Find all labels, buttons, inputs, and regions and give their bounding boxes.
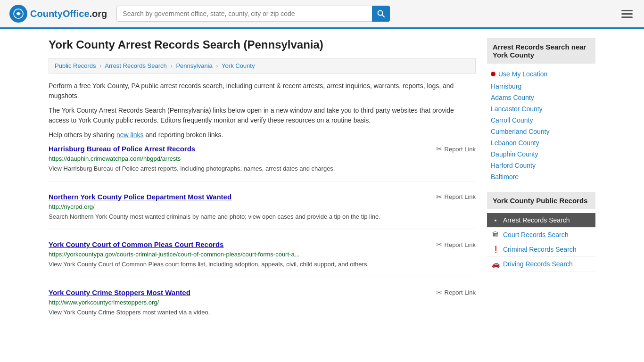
menu-line xyxy=(621,10,633,11)
record-header: York County Crime Stoppers Most Wanted ✂… xyxy=(49,288,476,297)
breadcrumb: Public Records › Arrest Records Search ›… xyxy=(49,58,476,74)
report-link-button[interactable]: ✂ Report Link xyxy=(436,240,476,249)
record-url: http://nycrpd.org/ xyxy=(49,203,476,210)
criminal-records-icon: ❗ xyxy=(492,246,499,253)
site-header: CountyOffice.org xyxy=(0,0,644,29)
arrest-records-icon: ▪ xyxy=(492,216,499,224)
record-desc: View York County Court of Common Pleas c… xyxy=(49,260,476,269)
sidebar-item-driving-records[interactable]: 🚗 Driving Records Search xyxy=(487,257,595,272)
menu-line xyxy=(621,13,633,15)
record-entry: Harrisburg Bureau of Police Arrest Recor… xyxy=(49,145,476,181)
breadcrumb-york-county[interactable]: York County xyxy=(222,62,255,69)
description-2: The York County Arrest Records Search (P… xyxy=(49,106,476,125)
record-url: https://dauphin.crimewatchpa.com/hbgpd/a… xyxy=(49,155,476,162)
svg-point-1 xyxy=(17,12,20,15)
scissors-icon: ✂ xyxy=(436,145,442,153)
sidebar-item-court-records[interactable]: 🏛 Court Records Search xyxy=(487,228,595,242)
use-location-button[interactable]: Use My Location xyxy=(487,67,595,81)
svg-line-3 xyxy=(382,15,385,17)
new-links-link[interactable]: new links xyxy=(116,131,144,139)
sidebar-item-harford-county[interactable]: Harford County xyxy=(487,160,595,171)
driving-records-icon: 🚗 xyxy=(492,260,499,268)
report-link-button[interactable]: ✂ Report Link xyxy=(436,145,476,153)
sidebar-item-harrisburg[interactable]: Harrisburg xyxy=(487,81,595,92)
menu-button[interactable] xyxy=(619,8,635,20)
court-records-icon: 🏛 xyxy=(492,231,499,239)
search-input[interactable] xyxy=(116,6,390,22)
search-area xyxy=(116,6,390,22)
record-header: York County Court of Common Pleas Court … xyxy=(49,240,476,249)
sidebar-item-adams-county[interactable]: Adams County xyxy=(487,92,595,103)
logo-link[interactable]: CountyOffice.org xyxy=(9,5,107,23)
record-title[interactable]: Northern York County Police Department M… xyxy=(49,193,231,201)
sidebar-item-arrest-records[interactable]: ▪ Arrest Records Search xyxy=(487,213,595,228)
record-url: http://www.yorkcountycrimestoppers.org/ xyxy=(49,299,476,306)
sidebar-item-criminal-records[interactable]: ❗ Criminal Records Search xyxy=(487,242,595,257)
search-button[interactable] xyxy=(372,6,390,22)
sidebar-nearby-section: Arrest Records Search near York County U… xyxy=(487,38,595,182)
main-container: York County Arrest Records Search (Penns… xyxy=(39,29,605,345)
content-area: York County Arrest Records Search (Penns… xyxy=(49,38,476,336)
breadcrumb-public-records[interactable]: Public Records xyxy=(55,62,96,69)
sidebar-item-lancaster-county[interactable]: Lancaster County xyxy=(487,103,595,115)
breadcrumb-pennsylvania[interactable]: Pennsylvania xyxy=(176,62,212,69)
record-entry: York County Court of Common Pleas Court … xyxy=(49,240,476,277)
scissors-icon: ✂ xyxy=(436,193,442,201)
sidebar-item-cumberland-county[interactable]: Cumberland County xyxy=(487,126,595,137)
record-header: Northern York County Police Department M… xyxy=(49,193,476,201)
sidebar-item-lebanon-county[interactable]: Lebanon County xyxy=(487,137,595,148)
sidebar: Arrest Records Search near York County U… xyxy=(487,38,595,336)
page-title: York County Arrest Records Search (Penns… xyxy=(49,38,476,51)
logo-text: CountyOffice.org xyxy=(30,8,107,19)
logo-icon xyxy=(9,5,27,23)
record-title[interactable]: York County Crime Stoppers Most Wanted xyxy=(49,288,190,296)
record-desc: Search Northern York County most wanted … xyxy=(49,212,476,222)
breadcrumb-arrest-records[interactable]: Arrest Records Search xyxy=(105,62,167,69)
description-1: Perform a free York County, PA public ar… xyxy=(49,81,476,101)
sidebar-public-records-section: York County Public Records ▪ Arrest Reco… xyxy=(487,192,595,272)
sidebar-item-baltimore[interactable]: Baltimore xyxy=(487,171,595,182)
record-desc: View York County Crime Stoppers most wan… xyxy=(49,308,476,317)
sidebar-public-records-title: York County Public Records xyxy=(487,192,595,209)
record-entry: Northern York County Police Department M… xyxy=(49,193,476,230)
record-title[interactable]: York County Court of Common Pleas Court … xyxy=(49,240,223,248)
sidebar-nearby-title: Arrest Records Search near York County xyxy=(487,38,595,64)
report-link-button[interactable]: ✂ Report Link xyxy=(436,193,476,201)
menu-line xyxy=(621,16,633,18)
record-title[interactable]: Harrisburg Bureau of Police Arrest Recor… xyxy=(49,145,195,153)
description-3: Help others by sharing new links and rep… xyxy=(49,130,476,140)
scissors-icon: ✂ xyxy=(436,240,442,249)
record-url: https://yorkcountypa.gov/courts-criminal… xyxy=(49,251,476,258)
record-desc: View Harrisburg Bureau of Police arrest … xyxy=(49,164,476,173)
scissors-icon: ✂ xyxy=(436,288,442,297)
sidebar-item-carroll-county[interactable]: Carroll County xyxy=(487,115,595,126)
location-dot-icon xyxy=(491,72,495,76)
record-list: Harrisburg Bureau of Police Arrest Recor… xyxy=(49,145,476,324)
sidebar-item-dauphin-county[interactable]: Dauphin County xyxy=(487,148,595,160)
record-entry: York County Crime Stoppers Most Wanted ✂… xyxy=(49,288,476,325)
report-link-button[interactable]: ✂ Report Link xyxy=(436,288,476,297)
record-header: Harrisburg Bureau of Police Arrest Recor… xyxy=(49,145,476,153)
